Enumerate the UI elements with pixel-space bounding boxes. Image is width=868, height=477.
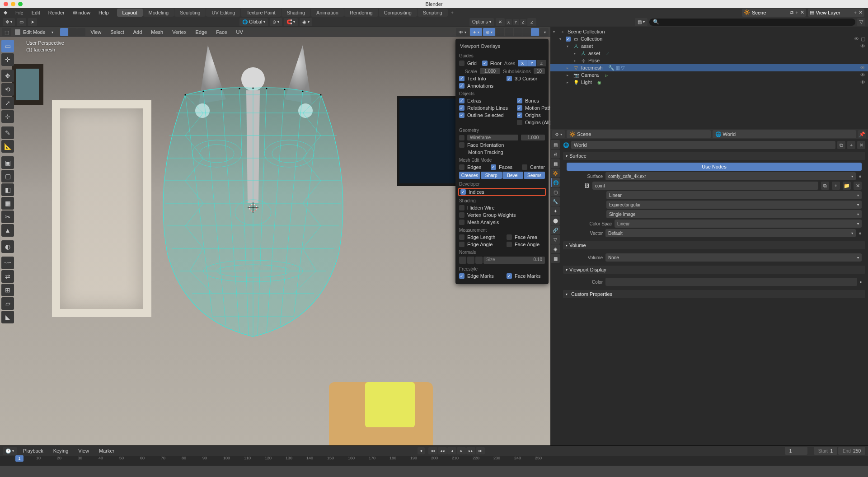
mirror-x[interactable]: X xyxy=(506,19,512,25)
view-menu[interactable]: View xyxy=(87,28,105,36)
loopcut-tool[interactable]: ▦ xyxy=(1,197,14,210)
filter-button[interactable]: ▽ xyxy=(857,18,865,26)
shear-tool[interactable]: ▱ xyxy=(1,297,14,310)
img-new-icon[interactable]: + xyxy=(832,182,840,190)
add-menu[interactable]: Add xyxy=(130,28,146,36)
world-browse[interactable]: ⧉ xyxy=(837,141,845,149)
bevel-toggle[interactable]: Bevel xyxy=(502,172,524,179)
scene-collection-row[interactable]: ▾▫Scene Collection xyxy=(550,28,868,35)
layer-name-input[interactable] xyxy=(816,10,852,15)
scene-dup-icon[interactable]: ⧉ xyxy=(790,9,793,15)
props-editor-type[interactable]: ⚙ xyxy=(552,130,565,138)
mode-selector[interactable]: Edit Mode xyxy=(13,28,56,36)
annotate-tool[interactable]: ✎ xyxy=(1,126,14,139)
knife-tool[interactable]: ✂ xyxy=(1,210,14,223)
floor-checkbox[interactable] xyxy=(482,61,488,66)
world-tab[interactable]: 🌐 xyxy=(551,178,560,187)
asset-armature-row[interactable]: ▾人asset👁 xyxy=(550,42,868,50)
play[interactable]: ▸ xyxy=(457,447,466,454)
extras-checkbox[interactable] xyxy=(459,98,464,103)
orientation-dropdown[interactable]: 🌐 Global xyxy=(239,18,268,26)
view-layer-selector[interactable]: ▤ + ✕ xyxy=(808,9,864,17)
subdiv-field[interactable]: 10 xyxy=(534,68,545,74)
normals-size-field[interactable]: Size0.10 xyxy=(483,257,545,264)
pin-button[interactable]: 📌 xyxy=(858,130,866,138)
proportional-dropdown[interactable]: ◉ xyxy=(300,18,312,26)
add-workspace-button[interactable]: + xyxy=(448,9,456,17)
display-color-swatch[interactable] xyxy=(605,278,857,286)
facemesh-row[interactable]: ▸▽facemesh🔧▥▽👁 xyxy=(550,64,868,71)
select-menu[interactable]: Select xyxy=(107,28,128,36)
marker-menu[interactable]: Marker xyxy=(95,447,118,455)
sharp-toggle[interactable]: Sharp xyxy=(481,172,502,179)
options-dropdown[interactable]: Options xyxy=(469,18,493,26)
edge-length-checkbox[interactable] xyxy=(459,234,464,240)
jump-start[interactable]: ⏮ xyxy=(428,447,437,454)
tab-sculpting[interactable]: Sculpting xyxy=(174,9,206,17)
vgroup-icon[interactable]: ▥ xyxy=(615,65,620,71)
close-window-button[interactable] xyxy=(4,2,8,6)
shading-options[interactable] xyxy=(540,28,549,36)
pivot-dropdown[interactable]: ⊙ xyxy=(270,18,282,26)
annotations-checkbox[interactable] xyxy=(459,83,464,89)
select-tool-icon[interactable]: ▭ xyxy=(17,18,26,26)
menu-window[interactable]: Window xyxy=(69,9,94,16)
layer-del-icon[interactable]: ✕ xyxy=(859,9,863,15)
mesh-data-icon[interactable]: ▽ xyxy=(621,65,624,71)
origins-all-checkbox[interactable] xyxy=(517,120,522,125)
text-info-checkbox[interactable] xyxy=(459,76,464,81)
mirror-icon[interactable]: ✕ xyxy=(496,18,505,26)
menu-file[interactable]: File xyxy=(12,9,27,16)
edges-checkbox[interactable] xyxy=(459,164,464,170)
scene-selector[interactable]: 🔆 ⧉ + ✕ xyxy=(742,9,806,17)
menu-render[interactable]: Render xyxy=(45,9,68,16)
tab-texture-paint[interactable]: Texture Paint xyxy=(241,9,281,17)
visibility-dropdown[interactable]: 👁 xyxy=(456,28,469,36)
menu-edit[interactable]: Edit xyxy=(28,9,44,16)
cursor-tool-dropdown[interactable]: ✥ xyxy=(3,18,15,26)
center-checkbox[interactable] xyxy=(522,164,527,170)
blender-logo-icon[interactable]: ◆ xyxy=(2,9,9,16)
outline-sel-checkbox[interactable] xyxy=(459,112,464,118)
3d-viewport[interactable]: ⬚ Edit Mode View Select Add Mesh Vertex … xyxy=(0,27,550,445)
mesh-menu[interactable]: Mesh xyxy=(147,28,167,36)
seams-toggle[interactable]: Seams xyxy=(524,172,545,179)
normal-split-toggle[interactable] xyxy=(467,257,474,264)
texture-tab[interactable]: ▩ xyxy=(551,254,560,263)
zoom-window-button[interactable] xyxy=(18,2,23,6)
eye-icon[interactable]: 👁 xyxy=(860,72,865,78)
spin-tool[interactable]: ◐ xyxy=(1,240,14,253)
mirror-z[interactable]: Z xyxy=(520,19,526,25)
jump-prev-key[interactable]: ◂◂ xyxy=(438,447,447,454)
lookdev-shading[interactable] xyxy=(522,28,530,36)
axis-y[interactable]: Y xyxy=(527,60,536,66)
collection-row[interactable]: ▾▭Collection👁▢ xyxy=(550,35,868,42)
face-select-mode[interactable] xyxy=(77,28,85,36)
smooth-tool[interactable]: 〰 xyxy=(1,257,14,269)
mirror-y[interactable]: Y xyxy=(513,19,519,25)
shrink-tool[interactable]: ⊞ xyxy=(1,284,14,296)
tab-scripting[interactable]: Scripting xyxy=(418,9,448,17)
data-tab[interactable]: ▽ xyxy=(551,235,560,244)
vector-dropdown[interactable]: Default xyxy=(605,229,856,237)
outliner-type-dropdown[interactable]: ▤ xyxy=(635,18,647,26)
object-tab[interactable]: ▢ xyxy=(551,187,560,196)
normal-face-toggle[interactable] xyxy=(475,257,483,264)
timeline-track[interactable] xyxy=(0,466,868,477)
rotate-tool[interactable]: ⟲ xyxy=(1,83,14,96)
render-tab[interactable]: ▤ xyxy=(551,140,560,149)
measure-tool[interactable]: 📐 xyxy=(1,140,14,153)
wireframe-shading[interactable] xyxy=(505,28,513,36)
tab-uv-editing[interactable]: UV Editing xyxy=(206,9,240,17)
scale-field[interactable]: 1.000 xyxy=(480,68,500,74)
tab-rendering[interactable]: Rendering xyxy=(344,9,378,17)
xray-toggle[interactable] xyxy=(496,28,504,36)
layer-new-icon[interactable]: + xyxy=(854,10,857,15)
keying-menu[interactable]: Keying xyxy=(50,447,72,455)
image-path-field[interactable]: comf xyxy=(592,182,818,190)
move-tool[interactable]: ✥ xyxy=(1,70,14,82)
edge-angle-checkbox[interactable] xyxy=(459,242,464,247)
wireframe-checkbox[interactable] xyxy=(459,135,464,140)
world-name-field[interactable]: World xyxy=(571,141,835,149)
eye-icon[interactable]: 👁 xyxy=(860,65,865,70)
